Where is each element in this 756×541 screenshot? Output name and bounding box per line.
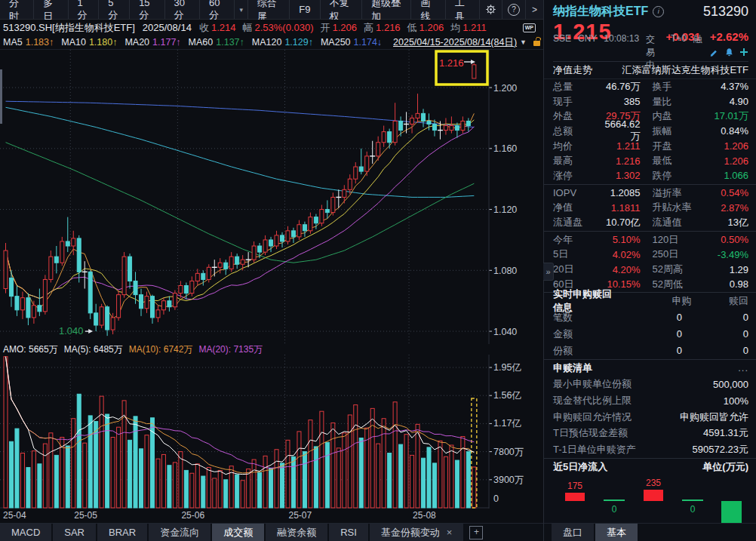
ma-legend-item: MA601.137↑ (189, 37, 244, 48)
fund-name: 汇添富纳斯达克生物科技ETF (622, 63, 748, 77)
gear-icon[interactable] (480, 0, 502, 19)
subscribe-redeem-section: 实时申购赎回信息 申购 赎回 笔数00金额00份额00 (544, 292, 756, 359)
price-change-pct: +2.62% (710, 30, 748, 43)
bell-icon[interactable] (724, 48, 734, 57)
svg-text:1.160: 1.160 (493, 143, 517, 154)
panel-tab[interactable]: 基本 (595, 524, 638, 541)
period-tab[interactable]: 1分 (69, 0, 100, 19)
stats-row: IOPV1.2085溢折率0.54% (544, 186, 756, 201)
redeem-row: 现金替代比例上限100% (544, 392, 756, 409)
redeem-list-title: 申赎清单 (553, 361, 592, 375)
date-range-label[interactable]: 2025/04/15-2025/08/14(84日) (393, 36, 517, 49)
help-icon[interactable]: ? (502, 0, 526, 19)
date-label: 2025/08/14 (143, 22, 192, 33)
ohlc-field: 高1.216 (364, 21, 401, 35)
toolbar-button[interactable]: 超级叠加 (362, 0, 412, 19)
net-inflow-title: 近5日净流入 (553, 460, 607, 474)
panel-tab[interactable]: 盘口 (552, 524, 594, 541)
svg-text:1.200: 1.200 (493, 83, 517, 94)
x-axis-label: 25-07 (289, 510, 312, 521)
period-tab[interactable]: 多日 (34, 0, 68, 19)
unlock-icon[interactable] (533, 41, 540, 46)
instrument-code: 513290 (703, 4, 748, 20)
volume-legend-item: MA(5): 6485万 (64, 343, 123, 356)
period-tab[interactable]: 30分 (165, 0, 200, 19)
nav-trend-label[interactable]: 净值走势 (553, 63, 592, 77)
more-chevron-icon[interactable]: > (526, 0, 543, 19)
stats-row: 均价1.211开盘1.206 (544, 139, 756, 154)
ohlc-field: 幅2.53%(0.030) (242, 21, 313, 35)
inflow-zero-line (604, 500, 625, 501)
ma-legend: MA51.183↑MA101.180↑MA201.177↑MA601.137↑M… (3, 37, 389, 48)
indicator-tab[interactable]: 成交额 (212, 524, 264, 541)
toolbar-button[interactable]: 工具 (446, 0, 480, 19)
ma-legend-item: MA2501.174↓ (321, 37, 382, 48)
nav-trend-row[interactable]: 净值走势 汇添富纳斯达克生物科技ETF (544, 62, 756, 79)
wp-icon[interactable]: WP (523, 23, 536, 32)
stats-row: 5日4.02%250日-3.49% (544, 247, 756, 263)
subscribe-row: 笔数00 (544, 309, 756, 326)
svg-text:3900万: 3900万 (493, 475, 524, 485)
toolbar-button[interactable]: 综合屏 (248, 0, 290, 19)
period-dropdown-icon[interactable]: ▾ (235, 0, 248, 19)
period-tab[interactable]: 分时 (0, 0, 34, 19)
x-axis-label: 25-05 (74, 510, 97, 521)
candlestick-chart[interactable]: 1.2001.1601.1201.0801.0401.2161.040 (0, 50, 543, 344)
stats-row: 流通盘10.70亿流通值13亿 (544, 215, 756, 230)
x-axis-label: 25-04 (3, 510, 26, 521)
indicator-tab[interactable]: 基金份额变动× (370, 524, 464, 541)
date-range-selector[interactable]: 2025/04/15-2025/08/14(84日) ▼ (393, 36, 540, 49)
indicator-tab[interactable]: MACD (0, 524, 51, 541)
quote-panel: 纳指生物科技ETF i 513290 1.215 +0.031 +2.62% S… (543, 0, 756, 541)
volume-legend-item: AMO: 5665万 (3, 343, 58, 356)
left-scroll-strip[interactable] (0, 69, 2, 124)
volume-legend-item: MA(10): 6742万 (129, 343, 193, 356)
add-indicator-button[interactable]: + (469, 526, 483, 539)
instrument-name: 纳指生物科技ETF (553, 4, 648, 20)
info-icon[interactable]: i (653, 6, 664, 17)
indicator-tab[interactable]: 资金流向 (149, 524, 211, 541)
period-tab[interactable]: 15分 (130, 0, 164, 19)
stats-row: 外盘29.75万内盘17.01万 (544, 109, 756, 124)
stats-row: 最高1.216最低1.206 (544, 153, 756, 168)
volume-chart[interactable]: 1.95亿1.56亿1.17亿7800万3900万0 (0, 355, 543, 509)
close-icon[interactable]: × (447, 527, 453, 538)
svg-text:0: 0 (493, 493, 499, 504)
redeem-row: T-1日单位申赎资产590572.23元 (544, 441, 756, 458)
period-tab[interactable]: 5分 (99, 0, 130, 19)
svg-text:1.95亿: 1.95亿 (493, 362, 521, 373)
indicator-tab[interactable]: SAR (53, 524, 96, 541)
redeem-row: T日预估现金差额4591.31元 (544, 425, 756, 441)
period-tab[interactable]: 60分 (200, 0, 235, 19)
stats-row: 20日4.20%52周高1.29 (544, 262, 756, 277)
stats-row: 涨停1.302跌停1.066 (544, 168, 756, 183)
subscribe-row: 份额00 (544, 343, 756, 359)
trading-app: 分时多日1分5分15分30分60分▾综合屏F9不复权超级叠加画线工具?> 513… (0, 0, 756, 541)
toolbar-button[interactable]: F9 (290, 0, 320, 19)
more-ellipsis[interactable]: ... (738, 362, 748, 373)
svg-text:1.120: 1.120 (493, 204, 517, 215)
svg-text:1.080: 1.080 (493, 266, 517, 276)
ohlc-field: 开1.206 (321, 21, 358, 35)
indicator-tab[interactable]: 融资余额 (266, 524, 327, 541)
redeem-list-section: 申赎清单 ... 最小申赎单位份额500,000现金替代比例上限100%申购赎回… (544, 359, 756, 458)
svg-text:1.040: 1.040 (59, 325, 84, 337)
indicator-tab[interactable]: BRAR (97, 524, 147, 541)
pencil-icon[interactable] (709, 48, 719, 57)
plus-icon[interactable] (739, 48, 748, 57)
redeem-row: 申购赎回允许情况申购赎回皆允许 (544, 409, 756, 426)
panel-expander[interactable]: » (543, 263, 554, 281)
svg-text:1.17亿: 1.17亿 (493, 418, 521, 429)
indicator-tabs: MACDSARBRAR资金流向成交额融资余额RSI基金份额变动×+ (0, 523, 543, 541)
chevron-down-icon[interactable]: ▼ (520, 38, 527, 46)
subscribe-col2-header: 赎回 (692, 294, 748, 308)
svg-text:7800万: 7800万 (493, 447, 524, 457)
stats-grid: 总量46.76万换手4.37%现手385量比4.90外盘29.75万内盘17.0… (544, 79, 756, 292)
toolbar-button[interactable]: 画线 (411, 0, 445, 19)
toolbar-button[interactable]: 不复权 (321, 0, 362, 19)
stats-row: 现手385量比4.90 (544, 94, 756, 109)
ma-legend-row: MA51.183↑MA101.180↑MA201.177↑MA601.137↑M… (0, 35, 543, 50)
stats-row: 总量46.76万换手4.37% (544, 79, 756, 94)
indicator-tab[interactable]: RSI (329, 524, 368, 541)
ma-legend-item: MA1201.129↑ (252, 37, 313, 48)
